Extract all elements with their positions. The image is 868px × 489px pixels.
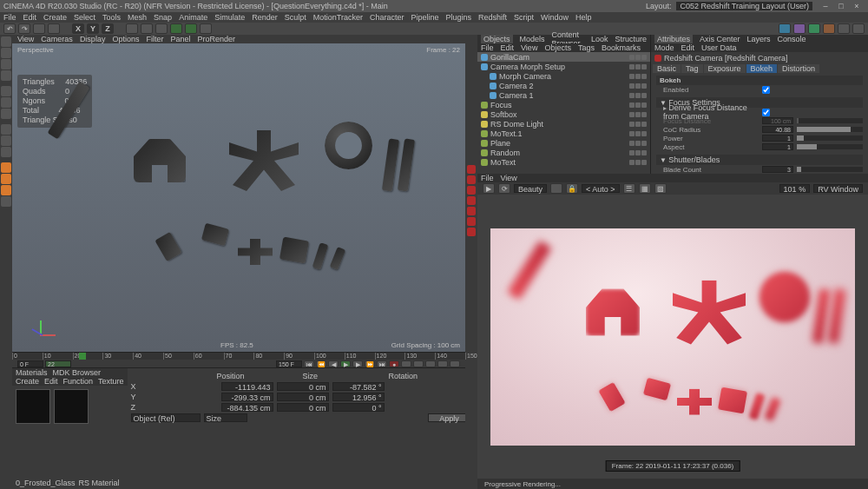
material-swatch[interactable] [54, 389, 89, 424]
menu-window[interactable]: Window [541, 13, 569, 22]
menu-select[interactable]: Select [74, 13, 95, 22]
key-param-button[interactable] [450, 360, 460, 367]
play-button[interactable]: ▶ [340, 360, 351, 367]
poly-mode[interactable] [1, 147, 11, 157]
size-field[interactable]: 0 cm [277, 382, 329, 391]
matmenu-function[interactable]: Function [63, 377, 94, 386]
point-mode[interactable] [1, 124, 11, 135]
model-mode[interactable] [1, 86, 11, 96]
attrtab-tag[interactable]: Tag [681, 64, 703, 73]
object-row[interactable]: Camera Morph Setup [477, 62, 650, 71]
goto-end-button[interactable]: ⏭ [377, 360, 387, 367]
object-row[interactable]: RS Dome Light [477, 119, 650, 129]
key-pos-button[interactable] [413, 360, 424, 367]
objtab-models[interactable]: Models [520, 35, 545, 43]
coord-mode[interactable]: Object (Rel) [131, 413, 201, 422]
objtab-objects[interactable]: Objects [481, 35, 513, 43]
derive-checkbox[interactable] [762, 109, 770, 116]
snap-toggle[interactable] [1, 174, 11, 184]
layout-dropdown[interactable]: C052 Redshift Training Layout (User) [676, 2, 812, 10]
object-row[interactable]: MoText [477, 157, 650, 167]
matmenu-edit[interactable]: Edit [44, 377, 58, 386]
object-row[interactable]: Camera 2 [477, 81, 650, 90]
rv-aov-select[interactable]: Beauty [514, 184, 547, 193]
vpmenu-view[interactable]: View [17, 35, 34, 43]
rv-button[interactable]: ▦ [639, 183, 651, 194]
coc-radius-field[interactable]: 40.88 [762, 126, 793, 133]
rv-window-select[interactable]: RV Window [813, 184, 863, 193]
tool-button[interactable] [200, 23, 212, 34]
workplane-mode[interactable] [1, 109, 11, 119]
rv-auto-select[interactable]: < Auto > [582, 184, 620, 193]
prev-key-button[interactable]: ⏪ [316, 360, 326, 367]
object-row[interactable]: GorillaCam [477, 52, 650, 62]
tool-button[interactable] [155, 23, 168, 34]
blade-count-field[interactable]: 3 [762, 166, 793, 173]
menu-pipeline[interactable]: Pipeline [411, 13, 438, 22]
mattab-materials[interactable]: Materials [16, 368, 48, 377]
objmenu-file[interactable]: File [481, 43, 494, 52]
object-row[interactable]: MoText.1 [477, 129, 650, 138]
menu-animate[interactable]: Animate [179, 13, 207, 22]
rotate-tool[interactable] [1, 70, 11, 81]
next-frame-button[interactable]: ▶ [352, 360, 363, 367]
menu-plugins[interactable]: Plugins [445, 13, 471, 22]
pos-field[interactable]: -884.135 cm [221, 403, 273, 412]
timeline-start[interactable]: 0 F [17, 360, 43, 367]
primitive-button[interactable] [779, 23, 791, 34]
pos-field[interactable]: -1119.443 cm [221, 382, 273, 391]
mattab-mdk-browser[interactable]: MDK Browser [53, 368, 102, 377]
attrmenu-mode[interactable]: Mode [654, 43, 674, 52]
menu-tools[interactable]: Tools [102, 13, 121, 22]
enabled-checkbox[interactable] [762, 86, 770, 94]
tool-button[interactable] [33, 23, 45, 34]
rv-render-button[interactable]: ▶ [483, 183, 495, 194]
tool-button[interactable] [141, 23, 153, 34]
menu-simulate[interactable]: Simulate [214, 13, 245, 22]
menu-mesh[interactable]: Mesh [128, 13, 147, 22]
next-key-button[interactable]: ⏩ [365, 360, 375, 367]
maximize-button[interactable]: □ [833, 2, 849, 10]
rs-button[interactable] [467, 207, 476, 215]
object-row[interactable]: Focus [477, 100, 650, 109]
deformer-button[interactable] [823, 23, 835, 34]
rot-field[interactable]: 12.956 ° [332, 393, 385, 401]
render-canvas-area[interactable]: Frame: 22 2019-01-11 17:23:37 (0.036) [477, 195, 868, 479]
attrtab-bokeh[interactable]: Bokeh [746, 64, 778, 73]
redo-button[interactable]: ↷ [18, 23, 30, 34]
menu-snap[interactable]: Snap [154, 13, 172, 22]
rs-button[interactable] [467, 196, 476, 205]
attrtab-basic[interactable]: Basic [653, 64, 681, 73]
vpmenu-prorender[interactable]: ProRender [197, 35, 235, 43]
object-row[interactable]: Camera 1 [477, 90, 650, 100]
key-rot-button[interactable] [437, 360, 448, 367]
objtab-structure[interactable]: Structure [615, 35, 647, 43]
objmenu-view[interactable]: View [521, 43, 537, 52]
size-field[interactable]: 0 cm [277, 393, 329, 401]
object-row[interactable]: Softbox [477, 109, 650, 119]
objmenu-objects[interactable]: Objects [544, 43, 571, 52]
goto-start-button[interactable]: ⏮ [304, 360, 314, 367]
material-swatch[interactable] [16, 389, 50, 424]
menu-redshift[interactable]: Redshift [478, 13, 507, 22]
coc-slider[interactable] [797, 127, 863, 132]
locked-toggle[interactable] [1, 196, 11, 207]
live-select-tool[interactable] [1, 36, 11, 47]
attrtop-console[interactable]: Console [778, 35, 806, 43]
timeline-current[interactable]: 22 [45, 360, 71, 367]
menu-script[interactable]: Script [514, 13, 534, 22]
minimize-button[interactable]: – [818, 2, 833, 10]
timeline[interactable]: 0102030405060708090100110120130140150 0 … [12, 352, 465, 367]
objmenu-tags[interactable]: Tags [578, 43, 595, 52]
generator-button[interactable] [808, 23, 820, 34]
rs-button[interactable] [467, 186, 476, 195]
undo-button[interactable]: ↶ [3, 23, 16, 34]
move-tool[interactable] [1, 48, 11, 58]
objmenu-edit[interactable]: Edit [501, 43, 515, 52]
rot-field[interactable]: 0 ° [332, 403, 385, 412]
power-slider[interactable] [797, 135, 863, 141]
rs-button[interactable] [467, 228, 476, 236]
menu-create[interactable]: Create [43, 13, 67, 22]
attrtop-axis-center[interactable]: Axis Center [700, 35, 740, 43]
objtab-look[interactable]: Look [591, 35, 608, 43]
